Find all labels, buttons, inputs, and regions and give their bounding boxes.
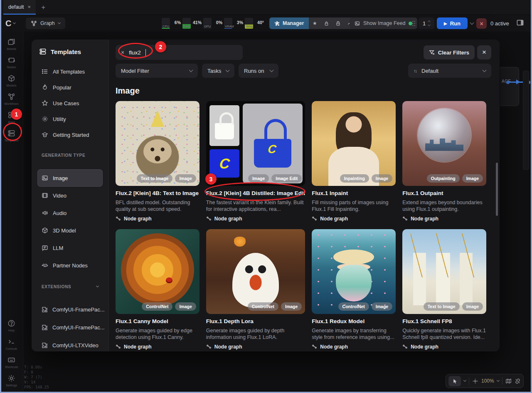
- card-description: The fastest variant in the Klein family.…: [206, 199, 305, 213]
- node-graph-icon: [312, 344, 317, 349]
- nav-item-use-cases[interactable]: Use Cases: [37, 95, 103, 111]
- template-card[interactable]: Text to Image Image Flux.1 Schnell FP8 Q…: [402, 229, 486, 350]
- chevron-down-icon[interactable]: [463, 379, 466, 382]
- comfyui-logo-menu[interactable]: C: [5, 17, 15, 30]
- sidebar-item-templates[interactable]: Templates: [0, 126, 23, 145]
- sidebar-item-assets[interactable]: Assets: [0, 35, 23, 53]
- batch-count-input[interactable]: 1: [419, 17, 434, 29]
- left-sidebar: Assets Nodes Models Workflows Apps Templ…: [0, 32, 23, 393]
- lock-button[interactable]: [320, 17, 332, 29]
- thumbnail-art: [243, 104, 303, 183]
- workflow-tab-default[interactable]: default ×: [3, 0, 36, 15]
- fit-view-icon[interactable]: [472, 378, 478, 384]
- sort-dropdown[interactable]: ↑↓ Default: [408, 64, 491, 78]
- nav-item-extension[interactable]: ComfyUI-FramePac...: [37, 319, 103, 336]
- nav-item-popular[interactable]: Popular: [37, 79, 103, 95]
- nav-item-3d-model[interactable]: 3D Model: [37, 222, 103, 239]
- card-thumbnail: Text to Image Image: [116, 101, 200, 186]
- card-tags: ControlNet Image: [142, 302, 196, 311]
- run-options-button[interactable]: [468, 17, 475, 29]
- active-jobs-label: 0 active: [490, 17, 509, 29]
- sidebar-item-apps[interactable]: Apps: [0, 108, 23, 126]
- chevron-down-icon: [470, 21, 474, 25]
- template-card[interactable]: Image Image Edit Flux.2 [Klein] 4B Disti…: [206, 101, 305, 222]
- nav-item-image[interactable]: Image: [37, 169, 103, 187]
- nav-item-video[interactable]: Video: [37, 187, 103, 204]
- card-footer: Node graph: [116, 216, 200, 222]
- templates-main-panel: × flux2 Clear Filters × Model Filter Tas…: [109, 40, 500, 351]
- chevron-down-icon: [483, 68, 487, 72]
- chevron-down-icon[interactable]: [497, 379, 500, 382]
- close-icon: ×: [480, 20, 483, 27]
- toggle-right-panel-button[interactable]: [516, 19, 524, 27]
- manager-button[interactable]: Manager: [269, 17, 309, 29]
- graph-selector-button[interactable]: Graph: [26, 17, 65, 29]
- model-filter-dropdown[interactable]: Model Filter: [116, 64, 198, 78]
- top-toolbar: C Graph CPU 6% RAM 41% GPU 0% VRAM 3%: [0, 15, 532, 32]
- perf-line: T: 0.00s: [24, 365, 49, 370]
- nav-item-extension[interactable]: ComfyUI-LTXVideo: [37, 336, 103, 351]
- clear-search-icon[interactable]: ×: [121, 49, 124, 56]
- close-modal-button[interactable]: ×: [477, 45, 491, 59]
- sidebar-item-settings[interactable]: Settings: [0, 371, 23, 390]
- temp-label: Temp: [246, 25, 253, 28]
- sidebar-bottom-group: Help Console Shortcuts Settings: [0, 316, 23, 393]
- gpu-meter: GPU 0%: [203, 18, 224, 29]
- nav-item-utility[interactable]: Utility: [37, 111, 103, 127]
- card-title: Flux.2 [Klein] 4B Distilled: Image Edit: [206, 190, 305, 197]
- template-card[interactable]: ControlNet Image Flux.1 Depth Lora Gener…: [206, 229, 305, 350]
- sidebar-item-help[interactable]: Help: [0, 316, 23, 335]
- divider: [502, 377, 502, 385]
- drag-handle-icon[interactable]: [412, 20, 416, 26]
- stepper-icon[interactable]: [428, 21, 430, 26]
- run-button[interactable]: ▶ Run: [437, 17, 468, 29]
- card-footer: Node graph: [312, 216, 396, 222]
- template-card[interactable]: Inpainting Image Flux.1 Inpaint Fill mis…: [312, 101, 396, 222]
- show-image-feed-button[interactable]: Show Image Feed: [350, 17, 417, 29]
- clear-filters-button[interactable]: Clear Filters: [424, 45, 475, 59]
- sidebar-item-shortcuts[interactable]: Shortcuts: [0, 353, 23, 371]
- canvas-controls-bar: 100%: [446, 374, 524, 388]
- zoom-level-label[interactable]: 100%: [481, 378, 494, 384]
- node-graph-icon: [206, 344, 212, 349]
- extensions-list: ComfyUI-FramePac... ComfyUI-FramePac... …: [37, 301, 103, 351]
- lock-badge-button[interactable]: [332, 17, 344, 29]
- runs-on-dropdown[interactable]: Runs on: [239, 64, 278, 78]
- cpu-label: CPU: [163, 25, 169, 28]
- template-card[interactable]: Text to Image Image Flux.2 [Klein] 4B: T…: [116, 101, 200, 222]
- star-button[interactable]: ★: [309, 17, 320, 29]
- nav-item-extension[interactable]: ComfyUI-FramePac...: [37, 301, 103, 319]
- collapse-chevron-icon[interactable]: [96, 284, 99, 287]
- image-feed-icon: [355, 21, 360, 26]
- template-card[interactable]: ControlNet Image Flux.1 Canny Model Gene…: [116, 229, 200, 350]
- nav-item-all-templates[interactable]: All Templates: [37, 64, 103, 79]
- tab-close-icon[interactable]: ×: [28, 4, 31, 10]
- template-search-input[interactable]: × flux2: [116, 45, 243, 60]
- nav-item-partner-nodes[interactable]: Partner Nodes: [37, 257, 103, 274]
- nav-item-llm[interactable]: LLM: [37, 239, 103, 257]
- modal-scrollbar-thumb[interactable]: [496, 163, 498, 216]
- template-card-grid: Text to Image Image Flux.2 [Klein] 4B: T…: [116, 101, 486, 350]
- card-thumbnail: ControlNet Image: [206, 229, 305, 314]
- nav-item-audio[interactable]: Audio: [37, 204, 103, 222]
- tasks-dropdown[interactable]: Tasks: [202, 64, 234, 78]
- sidebar-item-models[interactable]: Models: [0, 72, 23, 90]
- sidebar-item-console[interactable]: Console: [0, 335, 23, 353]
- sidebar-item-nodes[interactable]: Nodes: [0, 53, 23, 72]
- cursor-tool-button[interactable]: [448, 376, 461, 386]
- sidebar-item-workflows[interactable]: Workflows: [0, 90, 23, 108]
- perf-line: F: 0: [24, 370, 49, 375]
- new-tab-button[interactable]: +: [36, 0, 51, 15]
- cancel-run-button[interactable]: ×: [476, 18, 487, 29]
- nodes-icon: [7, 56, 15, 64]
- vram-label: VRAM: [225, 25, 234, 28]
- nav-item-getting-started[interactable]: Getting Started: [37, 127, 103, 143]
- template-card[interactable]: ControlNet Image Flux.1 Redux Model Gene…: [312, 229, 396, 350]
- template-card[interactable]: Outpainting Image Flux.1 Outpaint Extend…: [402, 101, 486, 222]
- vram-value: 3%: [237, 20, 243, 25]
- link-off-icon[interactable]: [515, 378, 521, 384]
- node-fragment-2: [523, 71, 529, 170]
- minimap-icon[interactable]: [505, 378, 512, 384]
- speaker-icon: [42, 210, 48, 216]
- ram-label: RAM: [183, 25, 190, 28]
